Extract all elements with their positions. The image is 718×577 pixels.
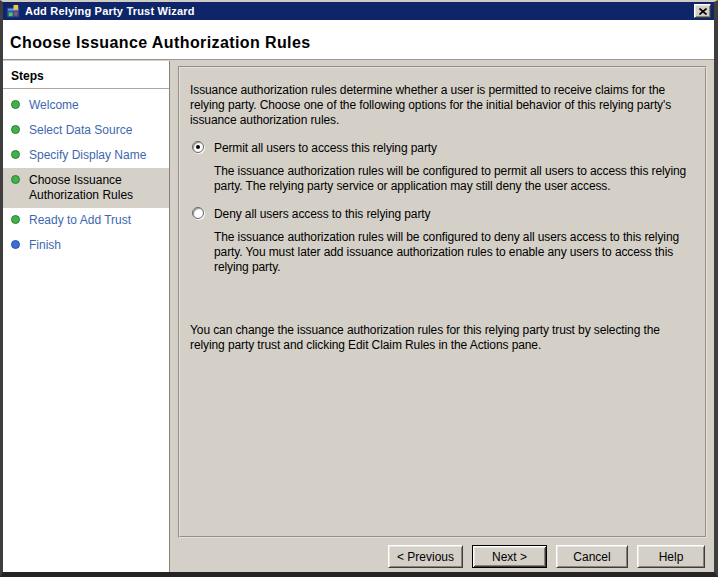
steps-sidebar: Steps Welcome Select Data Source Specify… [3, 61, 170, 572]
deny-description: The issuance authorization rules will be… [214, 230, 695, 275]
close-icon[interactable] [694, 4, 711, 18]
step-label: Finish [29, 238, 61, 253]
sidebar-item-finish[interactable]: Finish [3, 233, 169, 258]
step-bullet-icon [11, 175, 20, 184]
radio-deny-all[interactable] [192, 207, 204, 219]
wizard-dialog: Add Relying Party Trust Wizard Choose Is… [0, 0, 718, 577]
step-bullet-icon [11, 215, 20, 224]
page-title: Choose Issuance Authorization Rules [10, 34, 311, 52]
step-label: Welcome [29, 98, 79, 113]
main-area: Issuance authorization rules determine w… [170, 61, 714, 572]
next-button[interactable]: Next > [472, 545, 547, 568]
radio-deny-label[interactable]: Deny all users access to this relying pa… [214, 207, 430, 221]
button-row: < Previous Next > Cancel Help [170, 545, 705, 568]
title-bar: Add Relying Party Trust Wizard [3, 2, 714, 20]
footnote-text: You can change the issuance authorizatio… [190, 323, 695, 353]
option-permit-all: Permit all users to access this relying … [192, 141, 695, 155]
sidebar-item-welcome[interactable]: Welcome [3, 93, 169, 118]
step-bullet-icon [11, 125, 20, 134]
sidebar-item-ready-to-add-trust[interactable]: Ready to Add Trust [3, 208, 169, 233]
steps-heading: Steps [3, 61, 169, 89]
radio-permit-label[interactable]: Permit all users to access this relying … [214, 141, 437, 155]
dialog-body: Steps Welcome Select Data Source Specify… [3, 61, 714, 572]
step-label: Select Data Source [29, 123, 132, 138]
sidebar-item-specify-display-name[interactable]: Specify Display Name [3, 143, 169, 168]
content-panel: Issuance authorization rules determine w… [178, 66, 707, 538]
permit-description: The issuance authorization rules will be… [214, 164, 695, 194]
wizard-app-icon [6, 4, 21, 19]
sidebar-item-choose-issuance-authorization-rules[interactable]: Choose Issuance Authorization Rules [3, 168, 169, 208]
cancel-button[interactable]: Cancel [556, 545, 628, 568]
sidebar-item-select-data-source[interactable]: Select Data Source [3, 118, 169, 143]
step-label: Specify Display Name [29, 148, 146, 163]
window-title: Add Relying Party Trust Wizard [25, 5, 694, 17]
help-button[interactable]: Help [637, 545, 705, 568]
intro-text: Issuance authorization rules determine w… [190, 83, 695, 128]
previous-button[interactable]: < Previous [388, 545, 463, 568]
step-label: Choose Issuance Authorization Rules [29, 173, 165, 203]
radio-permit-all[interactable] [192, 141, 204, 153]
step-bullet-icon [11, 150, 20, 159]
page-header: Choose Issuance Authorization Rules [3, 20, 714, 60]
step-label: Ready to Add Trust [29, 213, 131, 228]
step-bullet-icon [11, 240, 20, 249]
option-deny-all: Deny all users access to this relying pa… [192, 207, 695, 221]
step-bullet-icon [11, 100, 20, 109]
